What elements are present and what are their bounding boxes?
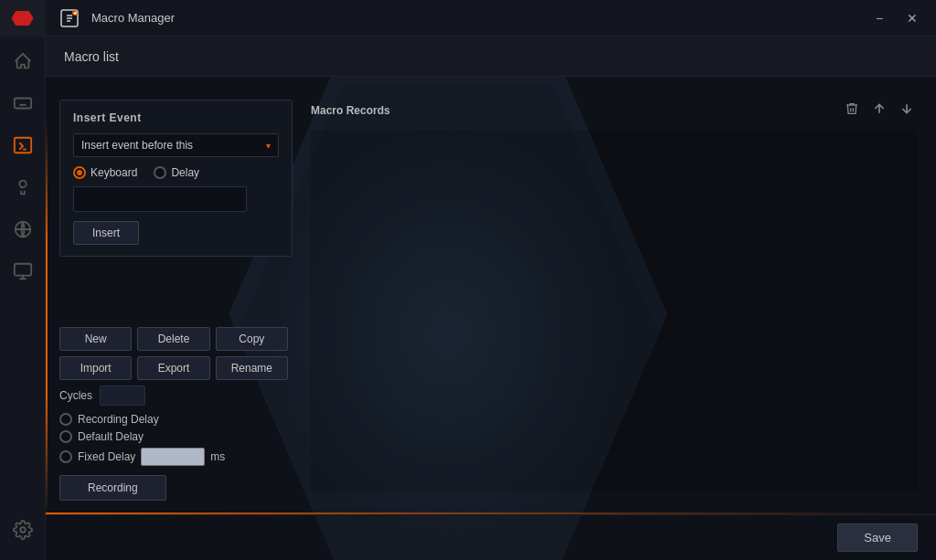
sidebar-item-lighting[interactable] (0, 166, 46, 208)
bottom-controls: New Delete Copy Import Export Rename Cyc… (59, 327, 288, 501)
cycles-row: Cycles (59, 386, 288, 406)
action-buttons-row2: Import Export Rename (59, 356, 288, 380)
chevron-down-icon: ▾ (266, 141, 271, 151)
svg-rect-0 (14, 99, 30, 109)
trash-icon (845, 101, 859, 116)
keyboard-icon (13, 93, 33, 113)
recording-delay-option[interactable]: Recording Delay (59, 413, 288, 426)
titlebar: Macro Manager − ✕ (46, 0, 936, 37)
macro-records-title: Macro Records (311, 104, 390, 117)
insert-button[interactable]: Insert (73, 221, 139, 245)
radio-delay-indicator (154, 166, 166, 179)
sidebar-item-display[interactable] (0, 250, 46, 292)
body-area: Insert Event Insert event before this ▾ … (46, 77, 936, 514)
dropdown-value: Insert event before this (81, 139, 193, 152)
rename-button[interactable]: Rename (216, 356, 288, 380)
action-buttons-row1: New Delete Copy (59, 327, 288, 351)
minimize-button[interactable]: − (867, 5, 892, 31)
cycles-input[interactable] (100, 386, 145, 406)
app-title: Macro Manager (91, 11, 175, 25)
terminal-icon (13, 135, 33, 155)
brand-logo-icon (12, 11, 34, 26)
nav-title: Macro list (64, 49, 119, 64)
radio-delay[interactable]: Delay (154, 166, 199, 179)
titlebar-controls: − ✕ (867, 5, 925, 31)
arrow-down-icon (899, 101, 914, 116)
sidebar (0, 0, 46, 560)
insert-event-section: Insert Event Insert event before this ▾ … (59, 100, 292, 257)
sidebar-item-macro[interactable] (0, 124, 46, 166)
macro-records-header: Macro Records (311, 100, 918, 121)
default-delay-radio (59, 430, 72, 443)
save-button[interactable]: Save (837, 523, 918, 552)
titlebar-left: Macro Manager (57, 5, 175, 31)
main-content: Macro Manager − ✕ Macro list Insert Even… (46, 0, 936, 560)
cycles-label: Cycles (59, 389, 92, 402)
sidebar-logo (0, 0, 46, 37)
fixed-delay-input[interactable] (141, 448, 205, 466)
svg-point-11 (20, 527, 26, 533)
insert-event-title: Insert Event (73, 111, 279, 124)
recording-button[interactable]: Recording (59, 475, 166, 501)
delay-options: Recording Delay Default Delay Fixed Dela… (59, 413, 288, 466)
fixed-delay-option[interactable]: Fixed Delay ms (59, 448, 288, 466)
record-actions (841, 100, 918, 121)
right-panel: Macro Records (292, 86, 936, 505)
bulb-icon (13, 177, 33, 197)
move-down-button[interactable] (896, 100, 918, 121)
ms-label: ms (210, 450, 225, 463)
delete-record-button[interactable] (841, 100, 863, 121)
radio-keyboard-indicator (73, 166, 86, 179)
home-icon (13, 51, 33, 71)
orange-accent-bottom (46, 512, 936, 514)
arrow-up-icon (872, 101, 887, 116)
move-up-button[interactable] (868, 100, 890, 121)
svg-point-8 (19, 181, 26, 187)
default-delay-label: Default Delay (78, 430, 144, 443)
recording-delay-radio (59, 413, 72, 426)
recording-delay-label: Recording Delay (78, 413, 159, 426)
fixed-delay-label: Fixed Delay (78, 450, 135, 463)
event-type-radio-group: Keyboard Delay (73, 166, 279, 179)
fixed-delay-radio (59, 450, 72, 463)
globe-icon (13, 219, 33, 239)
sidebar-item-settings[interactable] (0, 509, 46, 551)
close-button[interactable]: ✕ (899, 5, 925, 31)
records-list[interactable] (311, 130, 918, 491)
import-button[interactable]: Import (59, 356, 132, 380)
sidebar-item-keyboard[interactable] (0, 82, 46, 124)
sidebar-item-home[interactable] (0, 40, 46, 82)
monitor-icon (13, 261, 33, 281)
key-input-field[interactable] (73, 186, 247, 212)
copy-button[interactable]: Copy (216, 327, 288, 351)
default-delay-option[interactable]: Default Delay (59, 430, 288, 443)
left-panel: Insert Event Insert event before this ▾ … (46, 86, 292, 505)
insert-event-dropdown[interactable]: Insert event before this ▾ (73, 133, 279, 157)
nav-header: Macro list (46, 37, 936, 77)
export-button[interactable]: Export (137, 356, 209, 380)
sidebar-item-network[interactable] (0, 208, 46, 250)
radio-keyboard[interactable]: Keyboard (73, 166, 137, 179)
svg-rect-10 (14, 264, 30, 276)
new-button[interactable]: New (59, 327, 132, 351)
gear-icon (13, 520, 33, 540)
radio-delay-label: Delay (171, 166, 199, 179)
titlebar-app-icon (57, 5, 82, 31)
radio-keyboard-label: Keyboard (90, 166, 137, 179)
delete-button[interactable]: Delete (137, 327, 209, 351)
